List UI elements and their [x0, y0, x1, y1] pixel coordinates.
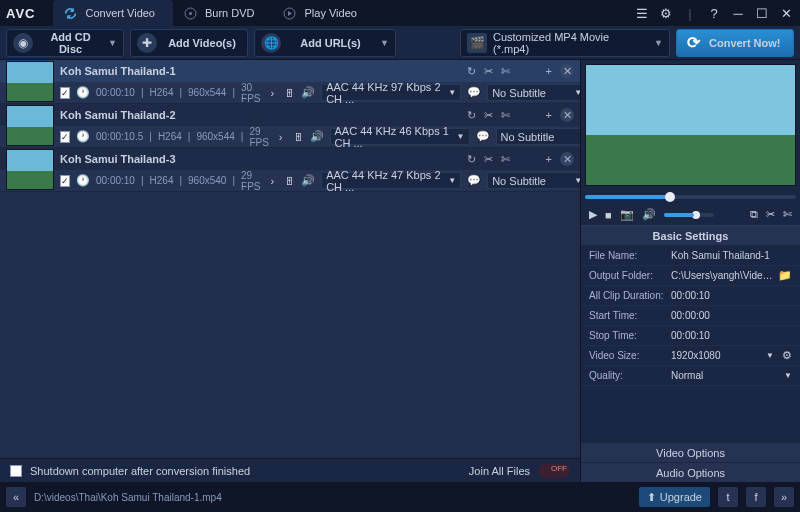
item-title: Koh Samui Thailand-2 [60, 109, 459, 121]
add-urls-button[interactable]: 🌐 Add URL(s) ▼ [254, 29, 396, 57]
tab-play-video[interactable]: Play Video [273, 0, 375, 26]
maximize-icon[interactable]: ☐ [754, 5, 770, 21]
tab-label: Convert Video [85, 7, 155, 19]
prev-button[interactable]: « [6, 487, 26, 507]
convert-now-button[interactable]: ⟳ Convert Now! [676, 29, 794, 57]
twitter-icon[interactable]: t [718, 487, 738, 507]
shutdown-label: Shutdown computer after conversion finis… [30, 465, 250, 477]
refresh-icon[interactable]: ↻ [467, 65, 476, 78]
basic-settings-header: Basic Settings [581, 226, 800, 246]
output-folder-value[interactable]: C:\Users\yangh\Videos... [671, 270, 774, 281]
clock-icon: 🕐 [76, 86, 90, 99]
tab-burn-dvd[interactable]: Burn DVD [173, 0, 273, 26]
subtitle-icon: 💬 [476, 130, 490, 143]
list-footer: Shutdown computer after conversion finis… [0, 458, 580, 482]
chevron-down-icon: ▼ [380, 38, 389, 48]
volume-slider[interactable] [664, 213, 714, 217]
shutdown-checkbox[interactable] [10, 465, 22, 477]
crop-icon[interactable]: ✄ [783, 208, 792, 221]
duration: 00:00:10 [96, 175, 135, 186]
remove-icon[interactable]: ✕ [560, 64, 574, 78]
audio-track-select[interactable]: AAC 44 KHz 97 Kbps 2 CH ...▼ [321, 84, 461, 101]
file-list: Koh Samui Thailand-1↻✂✄+✕✓🕐00:00:10|H264… [0, 60, 580, 458]
crop-icon[interactable]: ✄ [501, 153, 510, 166]
remove-icon[interactable]: ✕ [560, 152, 574, 166]
stop-icon[interactable]: ■ [605, 209, 612, 221]
audio-track-select[interactable]: AAC 44 KHz 47 Kbps 2 CH ...▼ [321, 172, 461, 189]
item-checkbox[interactable]: ✓ [60, 175, 70, 187]
expand-icon[interactable]: › [279, 131, 283, 143]
facebook-icon[interactable]: f [746, 487, 766, 507]
add-icon[interactable]: + [546, 109, 552, 121]
remove-icon[interactable]: ✕ [560, 108, 574, 122]
volume-icon[interactable]: 🔊 [642, 208, 656, 221]
tab-convert-video[interactable]: Convert Video [53, 0, 173, 26]
next-button[interactable]: » [774, 487, 794, 507]
expand-icon[interactable]: › [271, 87, 275, 99]
tab-label: Play Video [305, 7, 357, 19]
minimize-icon[interactable]: ─ [730, 5, 746, 21]
quality-select[interactable]: Normal [671, 370, 780, 381]
stop-time-value[interactable]: 00:00:10 [671, 330, 792, 341]
output-profile-select[interactable]: 🎬 Customized MP4 Movie (*.mp4) ▼ [460, 29, 670, 57]
video-preview [585, 64, 796, 186]
refresh-icon[interactable]: ↻ [467, 153, 476, 166]
scissors-icon[interactable]: ✂ [766, 208, 775, 221]
audio-options-button[interactable]: Audio Options [581, 462, 800, 482]
refresh-icon [63, 6, 77, 20]
thumbnail [6, 105, 54, 146]
video-size-select[interactable]: 1920x1080 [671, 350, 762, 361]
item-title: Koh Samui Thailand-1 [60, 65, 459, 77]
vcodec: H264 [150, 87, 174, 98]
resolution: 960x544 [196, 131, 234, 142]
crop-icon[interactable]: ✄ [501, 109, 510, 122]
chevron-down-icon[interactable]: ▼ [784, 371, 792, 380]
expand-icon[interactable]: › [271, 175, 275, 187]
subtitle-select[interactable]: No Subtitle▼ [487, 172, 580, 189]
video-options-button[interactable]: Video Options [581, 442, 800, 462]
scissors-icon[interactable]: ✂ [484, 109, 493, 122]
add-icon[interactable]: + [546, 65, 552, 77]
disc-icon [183, 6, 197, 20]
clock-icon: 🕐 [76, 130, 90, 143]
app-logo: AVC [6, 6, 35, 21]
clock-icon: 🕐 [76, 174, 90, 187]
item-checkbox[interactable]: ✓ [60, 131, 70, 143]
audio-track-select[interactable]: AAC 44 KHz 46 Kbps 1 CH ...▼ [330, 128, 470, 145]
add-videos-button[interactable]: ✚ Add Video(s) [130, 29, 248, 57]
seek-bar[interactable] [585, 190, 796, 204]
subtitle-select[interactable]: No Subtitle▼ [487, 84, 580, 101]
copy-icon[interactable]: ⧉ [750, 208, 758, 221]
gear-icon[interactable]: ⚙ [782, 349, 792, 362]
list-item[interactable]: Koh Samui Thailand-1↻✂✄+✕✓🕐00:00:10|H264… [0, 60, 580, 104]
svg-point-1 [189, 12, 192, 15]
chevron-down-icon: ▼ [108, 38, 117, 48]
add-icon[interactable]: + [546, 153, 552, 165]
join-files-toggle[interactable] [538, 464, 570, 478]
menu-icon[interactable]: ☰ [634, 5, 650, 21]
folder-icon[interactable]: 📁 [778, 269, 792, 282]
chevron-down-icon: ▼ [654, 38, 663, 48]
start-time-value[interactable]: 00:00:00 [671, 310, 792, 321]
crop-icon[interactable]: ✄ [501, 65, 510, 78]
subtitle-select[interactable]: No Subtitle▼ [496, 128, 581, 145]
camera-icon[interactable]: 📷 [620, 208, 634, 221]
refresh-icon[interactable]: ↻ [467, 109, 476, 122]
gear-icon[interactable]: ⚙ [658, 5, 674, 21]
scissors-icon[interactable]: ✂ [484, 65, 493, 78]
list-item[interactable]: Koh Samui Thailand-2↻✂✄+✕✓🕐00:00:10.5|H2… [0, 104, 580, 148]
chevron-down-icon[interactable]: ▼ [766, 351, 774, 360]
film-add-icon: ✚ [137, 33, 157, 53]
item-checkbox[interactable]: ✓ [60, 87, 70, 99]
upgrade-button[interactable]: ⬆Upgrade [639, 487, 710, 507]
play-icon[interactable]: ▶ [589, 208, 597, 221]
help-icon[interactable]: ? [706, 5, 722, 21]
duration: 00:00:10.5 [96, 131, 143, 142]
audio-icon: 🎚 [284, 87, 295, 99]
list-item[interactable]: Koh Samui Thailand-3↻✂✄+✕✓🕐00:00:10|H264… [0, 148, 580, 192]
filename-value[interactable]: Koh Samui Thailand-1 [671, 250, 792, 261]
add-cd-disc-button[interactable]: ◉ Add CD Disc ▼ [6, 29, 124, 57]
close-icon[interactable]: ✕ [778, 5, 794, 21]
scissors-icon[interactable]: ✂ [484, 153, 493, 166]
duration: 00:00:10 [96, 87, 135, 98]
